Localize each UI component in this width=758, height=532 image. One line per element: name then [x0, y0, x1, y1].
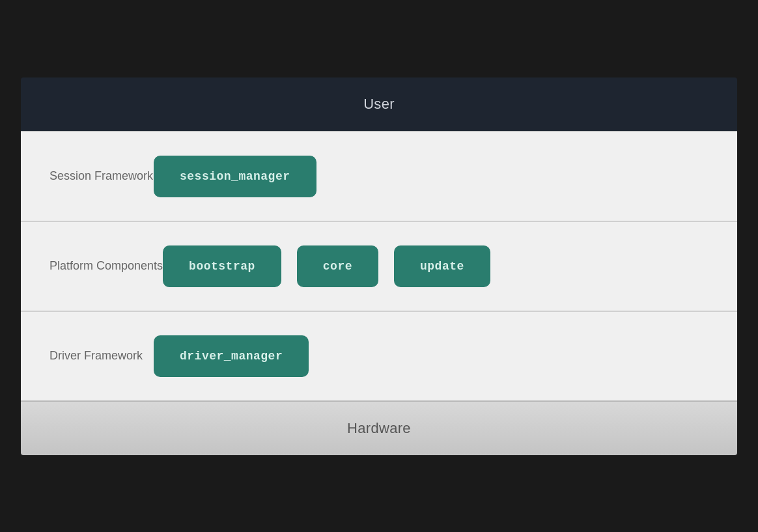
chip-core[interactable]: core	[297, 245, 378, 287]
hardware-bar: Hardware	[21, 400, 737, 455]
user-bar: User	[21, 77, 737, 131]
row-platform-components: Platform Componentsbootstrapcoreupdate	[21, 221, 737, 311]
label-session-framework: Session Framework	[49, 168, 154, 184]
architecture-diagram: User Session Frameworksession_managerPla…	[21, 77, 737, 455]
label-driver-framework: Driver Framework	[49, 348, 154, 363]
row-session-framework: Session Frameworksession_manager	[21, 131, 737, 221]
components-session-framework: session_manager	[154, 156, 316, 197]
chip-session_manager[interactable]: session_manager	[154, 156, 316, 197]
label-platform-components: Platform Components	[49, 258, 163, 273]
hardware-bar-label: Hardware	[347, 420, 411, 436]
chip-update[interactable]: update	[394, 245, 490, 287]
components-driver-framework: driver_manager	[154, 335, 309, 377]
rows-container: Session Frameworksession_managerPlatform…	[21, 131, 737, 400]
row-driver-framework: Driver Frameworkdriver_manager	[21, 311, 737, 400]
components-platform-components: bootstrapcoreupdate	[163, 245, 490, 287]
chip-driver_manager[interactable]: driver_manager	[154, 335, 309, 377]
chip-bootstrap[interactable]: bootstrap	[163, 245, 281, 287]
user-bar-label: User	[363, 96, 395, 112]
